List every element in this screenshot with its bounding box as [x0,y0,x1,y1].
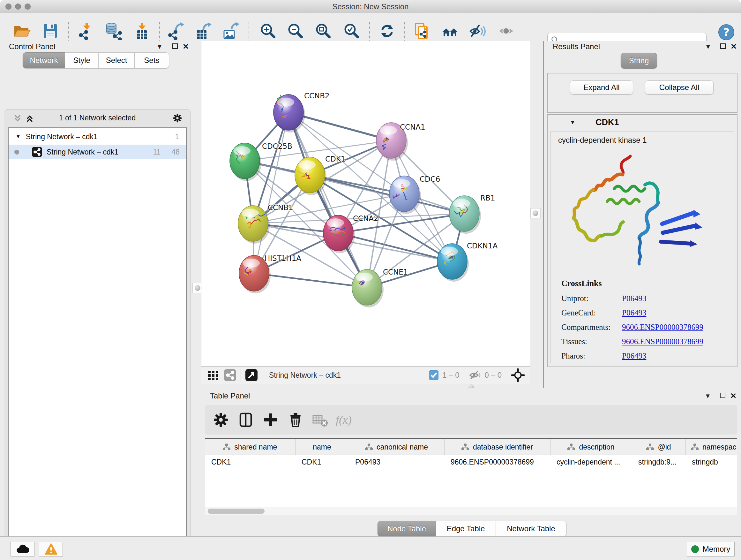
network-grid-share-icon[interactable] [224,369,236,381]
network-node-CDC6[interactable]: CDC6 [389,175,440,214]
hide-selected-icon[interactable] [469,22,487,40]
open-session-button[interactable] [13,22,30,40]
import-network-icon[interactable] [77,22,95,40]
warning-button[interactable] [39,542,63,557]
table-panel-close-icon[interactable]: ✕ [730,392,737,400]
protein-structure-image [566,150,707,272]
table-panel-menu-icon[interactable]: ▼ [704,393,711,399]
tab-network[interactable]: Network [23,52,65,68]
export-table-icon[interactable] [194,22,212,40]
column-header-shared-name[interactable]: shared name [205,439,295,455]
network-node-HIST1H1A[interactable]: HIST1H1A [239,254,301,294]
string-network-icon [32,147,42,157]
table-panel-float-icon[interactable] [720,393,725,398]
gene-section: ▼ CDK1 cyclin-dependent kinase 1 [547,114,738,367]
column-header-description[interactable]: description [550,439,632,455]
gear-icon[interactable] [172,113,183,125]
table-panel: Table Panel ▼ ✕ f(x) [201,388,741,537]
column-header-database-identifier[interactable]: database identifier [444,439,550,455]
crosslink-genecard-link[interactable]: P06493 [622,308,646,317]
column-type-icon [365,443,373,450]
show-all-icon[interactable] [497,22,515,40]
right-splitter-handle[interactable] [530,208,541,219]
network-node-CCNE1[interactable]: CCNE1 [352,268,408,307]
collapse-all-button[interactable]: Collapse All [645,80,714,95]
gene-collapse-icon[interactable]: ▼ [570,119,576,126]
window-title: Session: New Session [0,2,741,11]
selected-checkbox-icon[interactable] [429,370,439,380]
network-collection-row[interactable]: ▼ String Network – cdk1 1 [9,129,186,144]
crosslink-uniprot-link[interactable]: P06493 [622,294,646,303]
network-node-CDK1[interactable]: CDK1 [295,155,346,195]
tab-sets[interactable]: Sets [135,52,169,68]
column-header-id[interactable]: @id [632,439,685,455]
column-header-canonical-name[interactable]: canonical name [349,439,444,455]
select-columns-icon[interactable] [237,411,255,429]
scrollbar-thumb[interactable] [208,509,265,514]
network-node-CCNA2[interactable]: CCNA2 [323,214,379,253]
delete-column-trash-icon[interactable] [286,411,305,429]
refresh-icon[interactable] [378,22,396,40]
expand-all-button[interactable]: Expand All [570,80,633,95]
crosslink-compartments-link[interactable]: 9606.ENSP00000378699 [622,323,703,331]
crosslink-pharos-link[interactable]: P06493 [622,352,646,360]
results-panel-menu-icon[interactable]: ▼ [705,44,711,50]
memory-button[interactable]: Memory [687,542,735,557]
table-horizontal-scrollbar[interactable] [205,507,737,515]
column-type-icon [223,443,230,450]
crosslink-tissues-link[interactable]: 9606.ENSP00000378699 [622,337,703,346]
network-graph[interactable]: CCNB2CCNA1CDC25BCDK1CDC6RB1CCNB1CCNA2CDK… [201,41,531,366]
column-header-name[interactable]: name [295,439,349,455]
pan-crosshair-icon[interactable] [511,368,525,382]
import-table-icon[interactable] [133,22,151,40]
status-bar: Memory [0,537,741,560]
network-row[interactable]: String Network – cdk1 11 48 [9,145,186,159]
export-image-icon[interactable] [222,22,240,40]
network-list-container: 1 of 1 Network selected ▼ String Network… [4,109,191,560]
network-status-dot-icon [14,150,19,154]
network-canvas[interactable]: CCNB2CCNA1CDC25BCDK1CDC6RB1CCNB1CCNA2CDK… [201,41,530,366]
left-splitter[interactable] [194,41,201,537]
import-network-database-icon[interactable] [105,22,122,40]
tab-node-table[interactable]: Node Table [378,521,436,537]
column-header-namespace[interactable]: namespac [685,439,737,455]
right-splitter[interactable] [530,41,543,388]
zoom-out-icon[interactable] [286,22,305,40]
detach-view-icon[interactable] [246,369,258,381]
save-session-button[interactable] [42,22,59,40]
control-panel-float-icon[interactable] [172,44,178,49]
results-panel-float-icon[interactable] [720,44,726,49]
delete-table-icon[interactable] [312,411,327,429]
add-column-icon[interactable] [262,411,280,429]
network-node-CDKN1A[interactable]: CDKN1A [437,242,498,282]
results-panel-close-icon[interactable]: ✕ [731,43,737,51]
table-settings-gear-icon[interactable] [212,411,230,429]
help-button[interactable]: ? [718,23,735,41]
network-node-CCNB1[interactable]: CCNB1 [238,203,293,244]
tab-string[interactable]: String [621,53,657,69]
tab-edge-table[interactable]: Edge Table [436,521,496,537]
control-panel-menu-icon[interactable]: ▼ [156,44,163,50]
network-node-CCNB2[interactable]: CCNB2 [273,91,330,132]
titlebar: Session: New Session [0,0,741,13]
network-node-CCNA1[interactable]: CCNA1 [376,123,425,161]
first-neighbors-icon[interactable] [441,22,459,40]
zoom-in-icon[interactable] [259,22,277,40]
selected-count: 1 – 0 [442,371,459,380]
tab-network-table[interactable]: Network Table [496,521,566,537]
network-node-CDC25B[interactable]: CDC25B [230,142,292,181]
function-builder-icon[interactable]: f(x) [336,413,352,427]
control-panel-close-icon[interactable]: ✕ [183,43,189,51]
duplicate-network-icon[interactable] [413,22,431,40]
grid-view-icon[interactable] [207,369,219,381]
network-node-RB1[interactable]: RB1 [449,194,495,234]
zoom-selected-icon[interactable] [343,22,360,40]
cloud-button[interactable] [10,542,35,557]
export-network-icon[interactable] [167,22,185,40]
collection-expand-icon[interactable]: ▼ [16,134,21,139]
column-type-icon [461,443,469,450]
table-row[interactable]: CDK1 CDK1 P06493 9606.ENSP00000378699 cy… [205,455,737,469]
zoom-fit-icon[interactable] [314,22,332,40]
tab-style[interactable]: Style [65,52,98,68]
tab-select[interactable]: Select [98,52,134,68]
